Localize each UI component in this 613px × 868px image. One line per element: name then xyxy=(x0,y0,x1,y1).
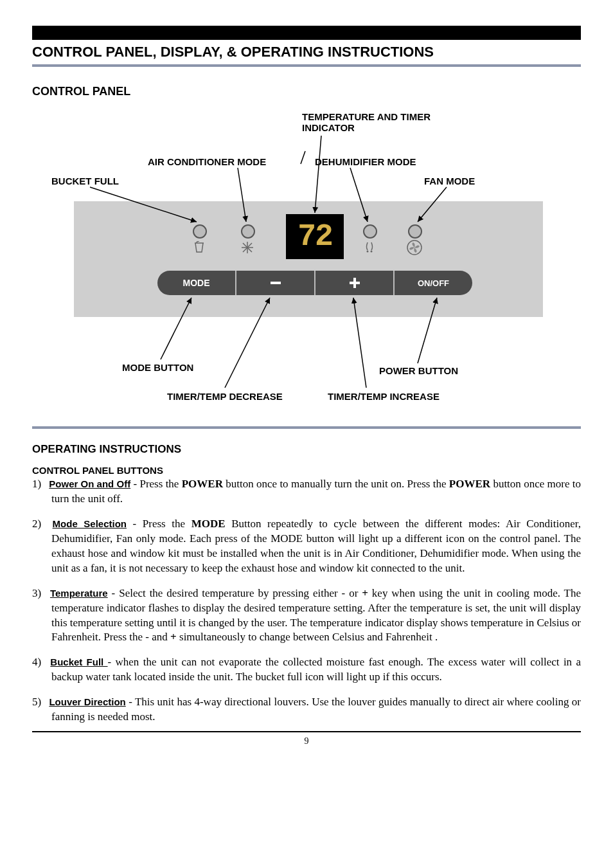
svg-rect-7 xyxy=(271,282,281,284)
label-temp-timer: TEMPERATURE AND TIMER INDICATOR xyxy=(302,111,450,133)
list-item: 1) Power On and Off - Press the POWER bu… xyxy=(32,477,581,507)
list-item: 3) Temperature - Select the desired temp… xyxy=(32,586,581,646)
snowflake-icon xyxy=(241,241,254,257)
control-panel-heading: CONTROL PANEL xyxy=(32,85,581,98)
display-screen: 72 xyxy=(286,214,344,259)
label-power-button: POWER BUTTON xyxy=(379,365,458,376)
item-name: Power On and Off xyxy=(49,478,130,489)
section-title-main: CONTROL PANEL, DISPLAY, & OPERATING INST… xyxy=(32,40,581,67)
svg-line-12 xyxy=(301,151,305,164)
page-number: 9 xyxy=(32,732,581,746)
led-bucket xyxy=(193,224,207,239)
label-mode-button: MODE BUTTON xyxy=(122,362,193,373)
list-item: 4) Bucket Full - when the unit can not e… xyxy=(32,655,581,685)
svg-point-5 xyxy=(371,251,373,253)
header-black-bar xyxy=(32,26,581,40)
minus-icon xyxy=(269,280,282,286)
operating-instructions-heading: OPERATING INSTRUCTIONS xyxy=(32,443,581,456)
list-item: 2) Mode Selection - Press the MODE Butto… xyxy=(32,517,581,576)
droplet-icon xyxy=(363,241,376,257)
list-item: 5) Louver Direction - This unit has 4-wa… xyxy=(32,695,581,725)
led-fan xyxy=(408,224,422,239)
label-dehum-mode: DEHUMIDIFIER MODE xyxy=(315,156,416,167)
page-container: CONTROL PANEL, DISPLAY, & OPERATING INST… xyxy=(0,0,613,759)
item-name: Bucket Full xyxy=(50,656,107,667)
decrease-button[interactable] xyxy=(236,271,315,295)
label-bucket-full: BUCKET FULL xyxy=(51,176,119,186)
led-dehum xyxy=(363,224,377,239)
label-fan-mode: FAN MODE xyxy=(424,176,475,186)
plus-icon xyxy=(348,276,361,289)
control-panel-buttons-heading: CONTROL PANEL BUTTONS xyxy=(32,465,581,476)
panel-box: 72 MODE xyxy=(74,201,543,317)
diagram-container: TEMPERATURE AND TIMER INDICATOR AIR COND… xyxy=(32,111,581,420)
label-ac-mode: AIR CONDITIONER MODE xyxy=(148,156,266,167)
increase-button[interactable] xyxy=(315,271,395,295)
svg-point-4 xyxy=(367,251,369,253)
svg-rect-9 xyxy=(350,282,360,284)
mode-button[interactable]: MODE xyxy=(157,271,236,295)
item-name: Mode Selection xyxy=(53,518,127,529)
label-timer-dec: TIMER/TEMP DECREASE xyxy=(167,391,283,402)
button-bar: MODE ON/OFF xyxy=(157,271,472,295)
fan-icon xyxy=(407,240,422,258)
led-ac xyxy=(241,224,255,239)
item-name: Temperature xyxy=(50,588,108,599)
instruction-list: 1) Power On and Off - Press the POWER bu… xyxy=(32,477,581,725)
label-timer-inc: TIMER/TEMP INCREASE xyxy=(328,391,440,402)
display-value: 72 xyxy=(298,219,332,254)
bucket-icon xyxy=(193,241,206,257)
item-name: Louver Direction xyxy=(49,696,125,707)
divider xyxy=(32,426,581,429)
onoff-button[interactable]: ON/OFF xyxy=(395,271,472,295)
